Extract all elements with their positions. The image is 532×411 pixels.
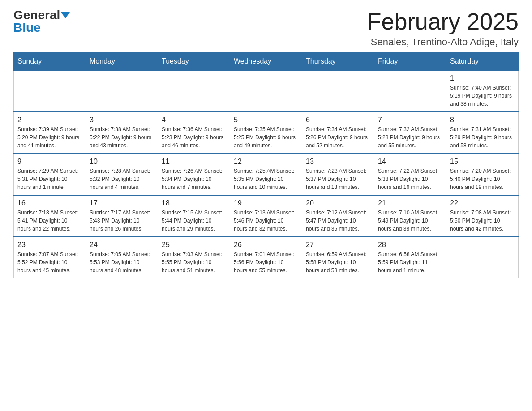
- day-info: Sunrise: 7:15 AM Sunset: 5:44 PM Dayligh…: [162, 209, 226, 233]
- calendar-cell: 12Sunrise: 7:25 AM Sunset: 5:35 PM Dayli…: [230, 154, 302, 195]
- calendar-cell: 28Sunrise: 6:58 AM Sunset: 5:59 PM Dayli…: [374, 237, 446, 278]
- calendar-cell: 23Sunrise: 7:07 AM Sunset: 5:52 PM Dayli…: [14, 237, 86, 278]
- day-info: Sunrise: 7:05 AM Sunset: 5:53 PM Dayligh…: [90, 250, 154, 274]
- calendar-cell: 20Sunrise: 7:12 AM Sunset: 5:47 PM Dayli…: [302, 195, 374, 237]
- calendar-cell: 9Sunrise: 7:29 AM Sunset: 5:31 PM Daylig…: [14, 154, 86, 195]
- calendar-header-friday: Friday: [374, 53, 446, 71]
- day-number: 12: [234, 158, 298, 166]
- day-number: 18: [162, 199, 226, 207]
- calendar-cell: 5Sunrise: 7:35 AM Sunset: 5:25 PM Daylig…: [230, 112, 302, 154]
- calendar-cell: 8Sunrise: 7:31 AM Sunset: 5:29 PM Daylig…: [446, 112, 519, 154]
- calendar-cell: 4Sunrise: 7:36 AM Sunset: 5:23 PM Daylig…: [158, 112, 230, 154]
- title-block: February 2025 Senales, Trentino-Alto Adi…: [367, 9, 519, 48]
- day-number: 17: [90, 199, 154, 207]
- calendar-cell: 27Sunrise: 6:59 AM Sunset: 5:58 PM Dayli…: [302, 237, 374, 278]
- day-number: 24: [90, 241, 154, 249]
- logo-triangle-icon: [61, 12, 70, 18]
- day-number: 28: [378, 241, 442, 249]
- calendar-cell: 11Sunrise: 7:26 AM Sunset: 5:34 PM Dayli…: [158, 154, 230, 195]
- calendar-cell: 22Sunrise: 7:08 AM Sunset: 5:50 PM Dayli…: [446, 195, 519, 237]
- day-info: Sunrise: 7:26 AM Sunset: 5:34 PM Dayligh…: [162, 167, 226, 191]
- day-number: 21: [378, 199, 442, 207]
- day-number: 3: [90, 116, 154, 124]
- day-number: 5: [234, 116, 298, 124]
- day-number: 27: [306, 241, 370, 249]
- page-header: General Blue February 2025 Senales, Tren…: [13, 9, 519, 48]
- calendar-cell: 18Sunrise: 7:15 AM Sunset: 5:44 PM Dayli…: [158, 195, 230, 237]
- calendar-cell: 24Sunrise: 7:05 AM Sunset: 5:53 PM Dayli…: [86, 237, 158, 278]
- day-number: 25: [162, 241, 226, 249]
- calendar-cell: 26Sunrise: 7:01 AM Sunset: 5:56 PM Dayli…: [230, 237, 302, 278]
- day-info: Sunrise: 7:07 AM Sunset: 5:52 PM Dayligh…: [17, 250, 82, 274]
- day-info: Sunrise: 7:31 AM Sunset: 5:29 PM Dayligh…: [450, 125, 515, 150]
- calendar-cell: [86, 70, 158, 112]
- calendar-table: SundayMondayTuesdayWednesdayThursdayFrid…: [13, 52, 519, 278]
- calendar-cell: 2Sunrise: 7:39 AM Sunset: 5:20 PM Daylig…: [14, 112, 86, 154]
- calendar-week-row: 23Sunrise: 7:07 AM Sunset: 5:52 PM Dayli…: [14, 237, 519, 278]
- day-number: 15: [450, 158, 515, 166]
- day-info: Sunrise: 7:39 AM Sunset: 5:20 PM Dayligh…: [17, 125, 82, 150]
- day-number: 10: [90, 158, 154, 166]
- calendar-header-monday: Monday: [86, 53, 158, 71]
- day-info: Sunrise: 7:13 AM Sunset: 5:46 PM Dayligh…: [234, 209, 298, 233]
- day-info: Sunrise: 7:12 AM Sunset: 5:47 PM Dayligh…: [306, 209, 370, 233]
- calendar-cell: [230, 70, 302, 112]
- calendar-cell: 14Sunrise: 7:22 AM Sunset: 5:38 PM Dayli…: [374, 154, 446, 195]
- day-info: Sunrise: 6:59 AM Sunset: 5:58 PM Dayligh…: [306, 250, 370, 274]
- calendar-cell: 21Sunrise: 7:10 AM Sunset: 5:49 PM Dayli…: [374, 195, 446, 237]
- calendar-header-thursday: Thursday: [302, 53, 374, 71]
- day-info: Sunrise: 7:29 AM Sunset: 5:31 PM Dayligh…: [17, 167, 82, 191]
- calendar-week-row: 16Sunrise: 7:18 AM Sunset: 5:41 PM Dayli…: [14, 195, 519, 237]
- day-number: 1: [450, 74, 515, 82]
- calendar-cell: 3Sunrise: 7:38 AM Sunset: 5:22 PM Daylig…: [86, 112, 158, 154]
- calendar-cell: 6Sunrise: 7:34 AM Sunset: 5:26 PM Daylig…: [302, 112, 374, 154]
- calendar-cell: [158, 70, 230, 112]
- day-info: Sunrise: 7:20 AM Sunset: 5:40 PM Dayligh…: [450, 167, 515, 191]
- day-info: Sunrise: 7:40 AM Sunset: 5:19 PM Dayligh…: [450, 84, 515, 108]
- calendar-cell: 7Sunrise: 7:32 AM Sunset: 5:28 PM Daylig…: [374, 112, 446, 154]
- day-number: 26: [234, 241, 298, 249]
- day-info: Sunrise: 7:25 AM Sunset: 5:35 PM Dayligh…: [234, 167, 298, 191]
- month-title: February 2025: [367, 9, 519, 34]
- day-info: Sunrise: 7:32 AM Sunset: 5:28 PM Dayligh…: [378, 125, 442, 150]
- calendar-cell: 15Sunrise: 7:20 AM Sunset: 5:40 PM Dayli…: [446, 154, 519, 195]
- day-number: 6: [306, 116, 370, 124]
- day-info: Sunrise: 7:17 AM Sunset: 5:43 PM Dayligh…: [90, 209, 154, 233]
- day-number: 23: [17, 241, 82, 249]
- day-number: 13: [306, 158, 370, 166]
- day-number: 4: [162, 116, 226, 124]
- day-info: Sunrise: 7:36 AM Sunset: 5:23 PM Dayligh…: [162, 125, 226, 150]
- day-number: 11: [162, 158, 226, 166]
- day-info: Sunrise: 7:34 AM Sunset: 5:26 PM Dayligh…: [306, 125, 370, 150]
- day-info: Sunrise: 7:01 AM Sunset: 5:56 PM Dayligh…: [234, 250, 298, 274]
- calendar-header-wednesday: Wednesday: [230, 53, 302, 71]
- day-info: Sunrise: 7:08 AM Sunset: 5:50 PM Dayligh…: [450, 209, 515, 233]
- calendar-cell: 1Sunrise: 7:40 AM Sunset: 5:19 PM Daylig…: [446, 70, 519, 112]
- day-number: 14: [378, 158, 442, 166]
- day-info: Sunrise: 7:18 AM Sunset: 5:41 PM Dayligh…: [17, 209, 82, 233]
- calendar-week-row: 1Sunrise: 7:40 AM Sunset: 5:19 PM Daylig…: [14, 70, 519, 112]
- day-info: Sunrise: 7:23 AM Sunset: 5:37 PM Dayligh…: [306, 167, 370, 191]
- location-title: Senales, Trentino-Alto Adige, Italy: [367, 36, 519, 48]
- day-number: 20: [306, 199, 370, 207]
- calendar-week-row: 2Sunrise: 7:39 AM Sunset: 5:20 PM Daylig…: [14, 112, 519, 154]
- logo-blue-text: Blue: [13, 21, 41, 34]
- day-info: Sunrise: 7:03 AM Sunset: 5:55 PM Dayligh…: [162, 250, 226, 274]
- day-info: Sunrise: 7:10 AM Sunset: 5:49 PM Dayligh…: [378, 209, 442, 233]
- calendar-cell: 17Sunrise: 7:17 AM Sunset: 5:43 PM Dayli…: [86, 195, 158, 237]
- logo-general-text: General: [13, 9, 60, 21]
- calendar-cell: 13Sunrise: 7:23 AM Sunset: 5:37 PM Dayli…: [302, 154, 374, 195]
- calendar-cell: [374, 70, 446, 112]
- calendar-week-row: 9Sunrise: 7:29 AM Sunset: 5:31 PM Daylig…: [14, 154, 519, 195]
- day-number: 7: [378, 116, 442, 124]
- day-info: Sunrise: 7:38 AM Sunset: 5:22 PM Dayligh…: [90, 125, 154, 150]
- calendar-cell: [302, 70, 374, 112]
- day-number: 22: [450, 199, 515, 207]
- calendar-header-sunday: Sunday: [14, 53, 86, 71]
- day-number: 9: [17, 158, 82, 166]
- day-number: 16: [17, 199, 82, 207]
- calendar-cell: [446, 237, 519, 278]
- logo: General Blue: [13, 9, 70, 34]
- day-info: Sunrise: 7:28 AM Sunset: 5:32 PM Dayligh…: [90, 167, 154, 191]
- day-number: 19: [234, 199, 298, 207]
